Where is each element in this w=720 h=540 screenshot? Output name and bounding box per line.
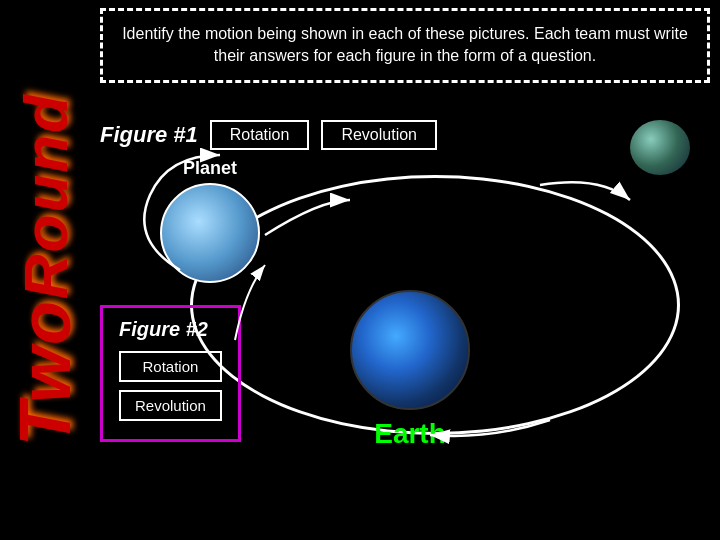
main-content: Identify the motion being shown in each … [90,0,720,540]
instruction-text: Identify the motion being shown in each … [119,23,691,68]
planet-container: Planet [160,158,260,283]
two-label: Two [4,299,86,446]
figure2-option-rotation[interactable]: Rotation [119,351,222,382]
sidebar: Round Two [0,0,90,540]
round-label: Round [10,93,81,299]
figure1-label: Figure #1 [100,122,198,148]
figure2-option-revolution[interactable]: Revolution [119,390,222,421]
planet-sphere [160,183,260,283]
figure1-option-rotation[interactable]: Rotation [210,120,310,150]
figure2-label: Figure #2 [119,318,222,341]
figure1-row: Figure #1 Rotation Revolution [100,120,710,150]
earth-sphere [350,290,470,410]
earth-container: Earth [350,290,470,450]
earth-label: Earth [350,418,470,450]
figure2-box: Figure #2 Rotation Revolution [100,305,241,442]
small-planet [630,120,690,175]
planet-label: Planet [160,158,260,179]
instruction-box: Identify the motion being shown in each … [100,8,710,83]
figure1-option-revolution[interactable]: Revolution [321,120,437,150]
